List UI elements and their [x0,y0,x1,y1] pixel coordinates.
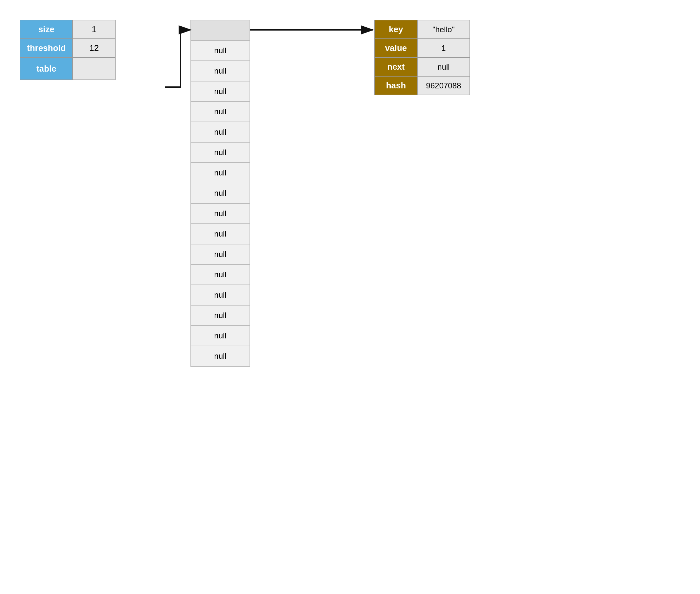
node-row-hash: hash 96207088 [375,76,470,95]
array-cell-1: null [191,40,250,61]
arrows-svg [13,20,686,578]
array-row-1: null [191,40,250,61]
array-cell-9: null [191,203,250,224]
array-cell-15: null [191,326,250,346]
array-cell-10: null [191,224,250,244]
array-cell-8: null [191,183,250,203]
node-label-key: key [375,20,417,39]
array-cell-4: null [191,101,250,122]
node-value-value: 1 [417,39,470,58]
array-row-6: null [191,142,250,163]
array-row-9: null [191,203,250,224]
array-row-16: null [191,346,250,366]
array-row-15: null [191,326,250,346]
array-cell-6: null [191,142,250,163]
array-row-2: null [191,61,250,81]
node-value-hash: 96207088 [417,76,470,95]
struct-row-threshold: threshold 12 [20,39,115,58]
node-table: key "hello" value 1 next null hash 96207… [374,20,470,95]
struct-to-array-arrow [165,30,190,87]
array-cell-14: null [191,305,250,326]
struct-value-threshold: 12 [73,39,115,58]
node-row-next: next null [375,58,470,76]
struct-value-size: 1 [73,20,115,39]
array-cell-16: null [191,346,250,366]
array-table: null null null null null null null null … [190,20,250,367]
array-row-11: null [191,244,250,264]
node-label-next: next [375,58,417,76]
array-cell-12: null [191,264,250,285]
struct-row-size: size 1 [20,20,115,39]
array-cell-5: null [191,122,250,142]
array-row-3: null [191,81,250,101]
array-row-8: null [191,183,250,203]
struct-row-table: table [20,58,115,80]
array-row-14: null [191,305,250,326]
array-row-12: null [191,264,250,285]
node-value-key: "hello" [417,20,470,39]
array-row-4: null [191,101,250,122]
array-cell-13: null [191,285,250,305]
struct-label-table: table [20,58,73,80]
struct-label-threshold: threshold [20,39,73,58]
node-label-hash: hash [375,76,417,95]
array-row-5: null [191,122,250,142]
array-cell-7: null [191,163,250,183]
diagram-container: size 1 threshold 12 table null null null… [13,20,686,578]
node-row-value: value 1 [375,39,470,58]
array-cell-2: null [191,61,250,81]
array-cell-11: null [191,244,250,264]
struct-value-table [73,58,115,80]
array-row-13: null [191,285,250,305]
struct-table: size 1 threshold 12 table [20,20,115,80]
array-cell-0 [191,20,250,40]
node-label-value: value [375,39,417,58]
array-row-0 [191,20,250,40]
node-value-next: null [417,58,470,76]
struct-label-size: size [20,20,73,39]
array-row-10: null [191,224,250,244]
array-cell-3: null [191,81,250,101]
array-row-7: null [191,163,250,183]
node-row-key: key "hello" [375,20,470,39]
